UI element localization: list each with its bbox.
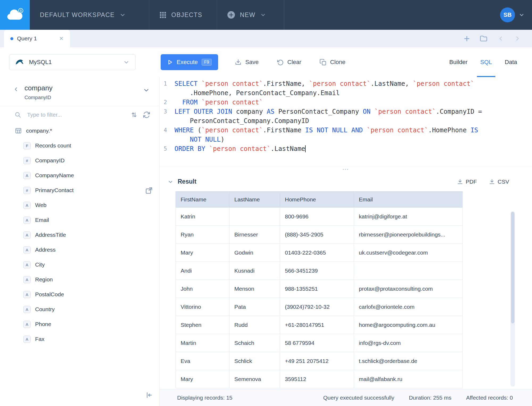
chevron-left-icon[interactable] <box>497 35 504 42</box>
export-csv-button[interactable]: CSV <box>489 178 509 185</box>
panel-splitter[interactable]: ⋯ <box>160 166 532 172</box>
sort-icon[interactable] <box>131 111 138 118</box>
tree-root[interactable]: company.* <box>0 123 159 138</box>
cell[interactable] <box>230 208 280 226</box>
cell[interactable]: carlofx@oriontele.com <box>354 298 463 316</box>
collapse-sidebar-icon[interactable] <box>145 391 153 399</box>
connection-select[interactable]: MySQL1 <box>9 54 136 70</box>
cell[interactable]: Andi <box>176 262 230 280</box>
cell[interactable]: 01403-222-0365 <box>280 244 354 262</box>
cell[interactable]: Semenova <box>230 370 280 388</box>
cell[interactable]: Rudd <box>230 316 280 334</box>
table-row[interactable]: RyanBirnesser(888)-345-2905rbirnesser@pi… <box>176 226 463 244</box>
field-row[interactable]: AAddress <box>0 242 159 257</box>
cell[interactable]: Menson <box>230 280 280 298</box>
chevron-right-icon[interactable] <box>514 35 521 42</box>
field-row[interactable]: #CompanyID <box>0 153 159 168</box>
clone-button[interactable]: Clone <box>318 58 347 66</box>
export-pdf-button[interactable]: PDF <box>457 178 477 185</box>
field-row[interactable]: FRecords count <box>0 138 159 153</box>
field-row[interactable]: AWeb <box>0 198 159 213</box>
field-row[interactable]: AEmail <box>0 213 159 227</box>
refresh-icon[interactable] <box>143 111 150 119</box>
cell[interactable]: Mary <box>176 370 230 388</box>
table-row[interactable]: VittorinoPata(39024)792-10-32carlofx@ori… <box>176 298 463 316</box>
cell[interactable]: home@argocomputing.com.au <box>354 316 463 334</box>
cell[interactable]: +61-280147951 <box>280 316 354 334</box>
view-tab-data[interactable]: Data <box>505 47 517 77</box>
column-header[interactable]: Email <box>354 192 463 208</box>
cell[interactable]: 800-9696 <box>280 208 354 226</box>
sql-editor[interactable]: 1SELECT `person contact`.FirstName, `per… <box>160 77 532 166</box>
filter-input[interactable] <box>27 111 125 118</box>
objects-menu[interactable]: OBJECTS <box>149 0 217 30</box>
table-row[interactable]: StephenRudd+61-280147951home@argocomputi… <box>176 316 463 334</box>
field-row[interactable]: AFax <box>0 332 159 346</box>
cell[interactable]: info@rgs-dv.com <box>354 334 463 352</box>
field-row[interactable]: ARegion <box>0 272 159 287</box>
tab-query1[interactable]: Query 1 ✕ <box>4 30 70 47</box>
chevron-down-icon[interactable] <box>143 87 150 94</box>
view-tab-builder[interactable]: Builder <box>449 47 467 77</box>
add-tab-icon[interactable]: + <box>464 33 470 44</box>
cell[interactable] <box>354 262 463 280</box>
cell[interactable]: John <box>176 280 230 298</box>
cell[interactable]: Birnesser <box>230 226 280 244</box>
open-folder-icon[interactable] <box>479 34 488 43</box>
cell[interactable]: 3595112 <box>280 370 354 388</box>
cell[interactable]: Godwin <box>230 244 280 262</box>
cell[interactable]: Schaich <box>230 334 280 352</box>
cell[interactable]: Eva <box>176 352 230 370</box>
cell[interactable]: Schlick <box>230 352 280 370</box>
cell[interactable]: mail@alfabank.ru <box>354 370 463 388</box>
cell[interactable]: rbirnesser@pioneerpolebuildings... <box>354 226 463 244</box>
cell[interactable]: Ryan <box>176 226 230 244</box>
app-logo[interactable]: B <box>0 0 30 30</box>
table-row[interactable]: AndiKusnadi566-3451239 <box>176 262 463 280</box>
field-row[interactable]: AAddressTitle <box>0 227 159 242</box>
cell[interactable]: Mary <box>176 244 230 262</box>
cell[interactable]: uk.custserv@codegear.com <box>354 244 463 262</box>
cell[interactable]: t.schlick@orderbase.de <box>354 352 463 370</box>
table-row[interactable]: Katrin800-9696katrinj@digiforge.at <box>176 208 463 226</box>
new-menu[interactable]: NEW <box>217 0 284 30</box>
cell[interactable]: +49 251 2075412 <box>280 352 354 370</box>
column-header[interactable]: HomePhone <box>280 192 354 208</box>
vertical-scrollbar[interactable] <box>510 211 515 387</box>
field-row[interactable]: APostalCode <box>0 287 159 302</box>
table-row[interactable]: MartinSchaich58 6779594info@rgs-dv.com <box>176 334 463 352</box>
cell[interactable]: 988-1355251 <box>280 280 354 298</box>
back-icon[interactable] <box>13 86 19 92</box>
cell[interactable]: Pata <box>230 298 280 316</box>
column-header[interactable]: LastName <box>230 192 280 208</box>
clear-button[interactable]: Clear <box>275 58 303 66</box>
field-row[interactable]: ACompanyName <box>0 168 159 183</box>
field-row[interactable]: ACity <box>0 257 159 272</box>
view-tab-sql[interactable]: SQL <box>480 47 492 77</box>
cell[interactable]: katrinj@digiforge.at <box>354 208 463 226</box>
save-button[interactable]: Save <box>233 58 260 66</box>
open-external-icon[interactable] <box>145 187 153 194</box>
cell[interactable]: 58 6779594 <box>280 334 354 352</box>
execute-button[interactable]: Execute F9 <box>161 54 218 70</box>
cell[interactable]: 566-3451239 <box>280 262 354 280</box>
cell[interactable]: Stephen <box>176 316 230 334</box>
cell[interactable]: protax@protaxconsulting.com <box>354 280 463 298</box>
cell[interactable]: Katrin <box>176 208 230 226</box>
cell[interactable]: Martin <box>176 334 230 352</box>
chevron-down-icon[interactable] <box>168 179 173 185</box>
cell[interactable]: Kusnadi <box>230 262 280 280</box>
scrollbar-thumb[interactable] <box>511 212 514 323</box>
table-row[interactable]: MaryGodwin01403-222-0365uk.custserv@code… <box>176 244 463 262</box>
table-row[interactable]: EvaSchlick+49 251 2075412t.schlick@order… <box>176 352 463 370</box>
cell[interactable]: (39024)792-10-32 <box>280 298 354 316</box>
close-icon[interactable]: ✕ <box>59 35 64 42</box>
table-row[interactable]: MarySemenova3595112mail@alfabank.ru <box>176 370 463 388</box>
column-header[interactable]: FirstName <box>176 192 230 208</box>
workspace-switcher[interactable]: DEFAULT WORKSPACE <box>30 0 149 30</box>
table-row[interactable]: JohnMenson988-1355251protax@protaxconsul… <box>176 280 463 298</box>
field-row[interactable]: ACountry <box>0 302 159 317</box>
field-row[interactable]: #PrimaryContact <box>0 183 159 198</box>
cell[interactable]: Vittorino <box>176 298 230 316</box>
user-menu[interactable]: SB <box>500 0 532 30</box>
